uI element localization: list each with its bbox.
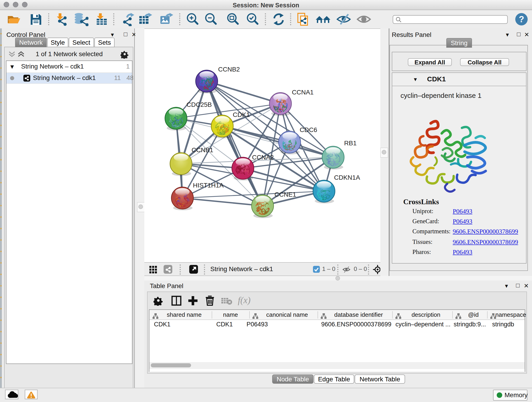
svg-text:CCNA1: CCNA1 [292, 89, 314, 96]
svg-text:CDC25B: CDC25B [186, 101, 212, 108]
svg-text:CDC6: CDC6 [300, 126, 317, 133]
svg-text:CDKN1A: CDKN1A [334, 174, 360, 181]
svg-text:CCNA2: CCNA2 [252, 154, 274, 161]
svg-text:CCNE1: CCNE1 [274, 191, 296, 198]
svg-text:?: ? [519, 14, 524, 24]
svg-text:RB1: RB1 [344, 140, 356, 147]
svg-text:CCNB1: CCNB1 [191, 147, 213, 153]
svg-text:CDK1: CDK1 [233, 111, 250, 118]
svg-text:HIST1H1A: HIST1H1A [193, 182, 224, 189]
svg-text:CCNB2: CCNB2 [218, 66, 240, 73]
